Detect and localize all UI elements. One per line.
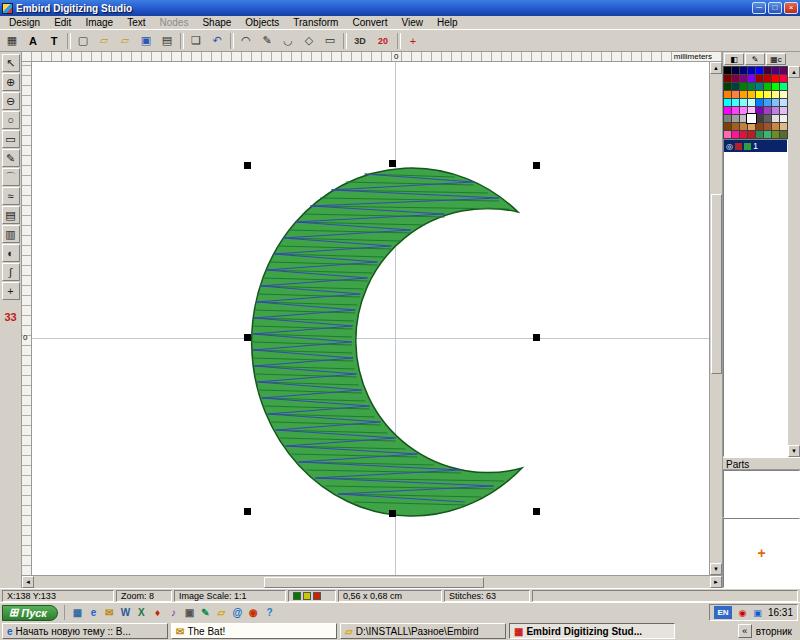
palette-color[interactable] <box>764 83 771 90</box>
menu-item[interactable]: Nodes <box>153 16 196 29</box>
stitch-density-button[interactable]: 20 <box>372 31 394 50</box>
palette-color[interactable] <box>748 115 755 122</box>
palette-color[interactable] <box>772 83 779 90</box>
palette-color[interactable] <box>740 75 747 82</box>
toolbar-button[interactable] <box>230 33 234 49</box>
palette-color[interactable] <box>772 75 779 82</box>
select-tool[interactable]: ↖ <box>2 54 20 72</box>
palette-color[interactable] <box>724 99 731 106</box>
palette-color[interactable] <box>772 91 779 98</box>
palette-color[interactable] <box>740 67 747 74</box>
outline-tool-icon[interactable]: ◠ <box>236 31 256 50</box>
visibility-icon[interactable]: ◎ <box>726 142 733 151</box>
tray-volume-icon[interactable]: ▣ <box>751 606 764 619</box>
palette-color[interactable] <box>780 67 787 74</box>
toolbar-button[interactable] <box>180 33 184 49</box>
freehand-tool[interactable]: ✎ <box>2 149 20 167</box>
zoom-out-tool[interactable]: ⊖ <box>2 92 20 110</box>
3d-preview-button[interactable]: 3D <box>349 31 371 50</box>
palette-color[interactable] <box>764 91 771 98</box>
palette-color[interactable] <box>740 107 747 114</box>
palette-color[interactable] <box>724 75 731 82</box>
rectangle-tool[interactable]: ▭ <box>2 130 20 148</box>
excel-icon[interactable]: X <box>134 605 149 620</box>
menu-item[interactable]: Objects <box>238 16 286 29</box>
palette-color[interactable] <box>724 91 731 98</box>
palette-color[interactable] <box>740 99 747 106</box>
contour-tool[interactable]: ◐ <box>2 244 20 262</box>
selection-handle[interactable] <box>533 508 540 515</box>
show-desktop-icon[interactable]: ▦ <box>70 605 85 620</box>
menu-item[interactable]: Text <box>120 16 152 29</box>
selection-handle[interactable] <box>389 510 396 517</box>
palette-color[interactable] <box>732 67 739 74</box>
palette-color[interactable] <box>756 99 763 106</box>
toolbar-button[interactable] <box>343 33 347 49</box>
background-toggle-button[interactable]: ◧ <box>724 53 744 65</box>
palette-color[interactable] <box>748 123 755 130</box>
palette-color[interactable] <box>732 83 739 90</box>
palette-color[interactable] <box>724 123 731 130</box>
palette-mode-button[interactable]: ▦c <box>766 53 786 65</box>
palette-edit-button[interactable]: ✎ <box>745 53 765 65</box>
palette-color[interactable] <box>764 123 771 130</box>
crescent-design-object[interactable] <box>32 62 709 575</box>
menu-item[interactable]: Transform <box>286 16 345 29</box>
palette-color[interactable] <box>748 99 755 106</box>
new-design-icon[interactable]: ▢ <box>73 31 93 50</box>
titlebar[interactable]: Embird Digitizing Studio ─ □ × <box>0 0 800 16</box>
palette-color[interactable] <box>764 107 771 114</box>
close-button[interactable]: × <box>784 2 798 14</box>
vertical-scrollbar[interactable]: ▲ ▼ <box>709 62 722 575</box>
palette-color[interactable] <box>732 107 739 114</box>
palette-color[interactable] <box>740 123 747 130</box>
help-icon[interactable]: ? <box>262 605 277 620</box>
palette-color[interactable] <box>732 123 739 130</box>
text-tool-icon[interactable]: T <box>44 31 64 50</box>
wave-stitch-tool[interactable]: ≈ <box>2 187 20 205</box>
palette-color[interactable] <box>732 91 739 98</box>
panel-scrollbar[interactable]: ▲ ▼ <box>788 66 800 457</box>
arc-tool[interactable]: ⌒ <box>2 168 20 186</box>
print-icon[interactable]: ▤ <box>157 31 177 50</box>
messenger-icon[interactable]: @ <box>230 605 245 620</box>
palette-color[interactable] <box>724 83 731 90</box>
shape-tool-icon[interactable]: ◇ <box>299 31 319 50</box>
rectangle-tool-icon[interactable]: ▭ <box>320 31 340 50</box>
tray-collapse-button[interactable]: « <box>738 624 752 638</box>
menu-item[interactable]: View <box>394 16 430 29</box>
palette-color[interactable] <box>732 75 739 82</box>
scroll-left-icon[interactable]: ◄ <box>22 576 34 588</box>
palette-color[interactable] <box>756 123 763 130</box>
scroll-up-icon[interactable]: ▲ <box>788 66 800 78</box>
menu-item[interactable]: Image <box>78 16 120 29</box>
palette-color[interactable] <box>780 131 787 138</box>
thread-row[interactable]: ◎ 1 <box>724 140 787 152</box>
menu-item[interactable]: Design <box>2 16 47 29</box>
curve-tool-icon[interactable]: ◡ <box>278 31 298 50</box>
task-button[interactable]: ✉ The Bat! <box>171 623 337 639</box>
player-icon[interactable]: ◉ <box>246 605 261 620</box>
palette-color[interactable] <box>748 131 755 138</box>
palette-color[interactable] <box>772 99 779 106</box>
menu-item[interactable]: Convert <box>345 16 394 29</box>
menu-item[interactable]: Edit <box>47 16 78 29</box>
design-view-icon[interactable]: ▦ <box>2 31 22 50</box>
palette-color[interactable] <box>756 75 763 82</box>
editor-icon[interactable]: ✎ <box>198 605 213 620</box>
palette-color[interactable] <box>764 99 771 106</box>
selection-handle[interactable] <box>389 160 396 167</box>
import-design-icon[interactable]: ▱ <box>115 31 135 50</box>
palette-color[interactable] <box>756 115 763 122</box>
palette-color[interactable] <box>764 67 771 74</box>
palette-color[interactable] <box>748 83 755 90</box>
app-red-icon[interactable]: ♦ <box>150 605 165 620</box>
language-indicator[interactable]: EN <box>714 606 732 619</box>
selection-handle[interactable] <box>244 508 251 515</box>
palette-color[interactable] <box>772 107 779 114</box>
palette-color[interactable] <box>780 99 787 106</box>
selection-handle[interactable] <box>244 162 251 169</box>
selection-handle[interactable] <box>533 334 540 341</box>
minimize-button[interactable]: ─ <box>752 2 766 14</box>
scroll-up-icon[interactable]: ▲ <box>710 62 722 74</box>
